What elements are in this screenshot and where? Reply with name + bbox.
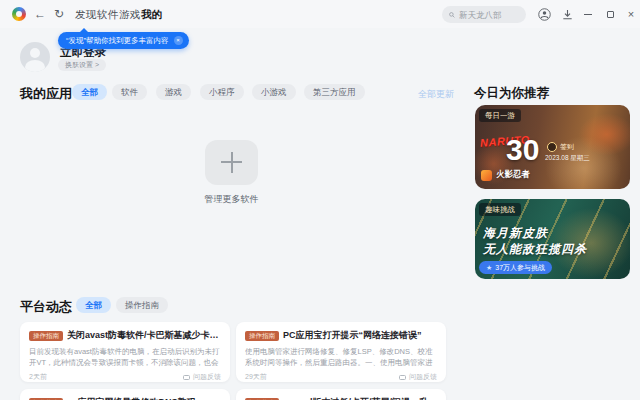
update-all-link[interactable]: 全部更新 [418,88,454,101]
feed-card-title: PC应用宝打开提示“网络连接错误” [283,329,422,342]
download-icon[interactable] [559,6,575,22]
game-icon [481,170,492,181]
feed-tag: 操作指南 [245,331,279,341]
calendar-date: 2023.08 星期三 [545,154,590,163]
tab-games[interactable]: 游戏 [119,0,140,28]
feed-card-body: 使用电脑管家进行网络修复、修复LSP、修改DNS、校准系统时间等操作，然后重启路… [245,346,437,369]
challenge-badge: 趣味挑战 [479,203,521,216]
checkin-row[interactable]: 签到 [547,142,574,152]
feedback-link[interactable]: 问题反馈 [399,372,437,382]
tab-mine[interactable]: 我的 [141,0,162,28]
user-icon[interactable] [536,6,552,22]
filter-miniprogram[interactable]: 小程序 [200,84,244,100]
add-apps-button[interactable] [205,140,258,185]
refresh-icon[interactable]: ↻ [50,0,68,28]
feed-tag: 操作指南 [29,331,63,341]
maximize-icon[interactable] [602,6,618,22]
challenge-card[interactable]: 趣味挑战 海月新皮肤 无人能敌狂揽四杀 ★ 37万人参与挑战 [475,199,630,279]
feed-card-4[interactable]: 操作指南 opengl版本过低/卡死/花屏/闪退，升级显卡驱动… [236,389,446,400]
recommend-title: 今日为你推荐 [474,85,549,102]
search-icon [449,11,455,19]
minimize-icon[interactable] [580,6,596,22]
feed-filter-guide[interactable]: 操作指南 [116,297,168,313]
challenge-line2: 无人能敌狂揽四杀 [483,241,587,258]
game-row: 火影忍者 [481,169,530,181]
star-icon: ★ [486,264,492,272]
feed-card-3[interactable]: 操作指南 pc应用宝网络异常修改DNS教程 [20,389,230,400]
feed-filter-all[interactable]: 全部 [76,297,111,313]
checkin-label: 签到 [560,142,574,152]
daily-game-badge: 每日一游 [479,109,521,122]
feed-title: 平台动态 [20,298,72,316]
filter-games[interactable]: 游戏 [156,84,191,100]
tab-discover[interactable]: 发现 [75,0,96,28]
avatar[interactable] [20,42,50,72]
titlebar: ← ↻ 发现 软件 游戏 我的 × [0,0,640,28]
app-logo-icon [12,7,26,21]
feed-card-body: 目前发现装有avast防毒软件的电脑，在启动后识别为未打开VT，此种情况会导致误… [29,346,221,369]
feed-card-1[interactable]: 操作指南 关闭avast防毒软件/卡巴斯基减少卡顿现象 目前发现装有avast防… [20,322,230,382]
game-name: 火影忍者 [496,169,530,181]
filter-all[interactable]: 全部 [72,84,107,100]
challenge-line1: 海月新皮肤 [483,225,548,242]
participants-pill: ★ 37万人参与挑战 [479,261,552,274]
feedback-link[interactable]: 问题反馈 [183,372,221,382]
daily-game-card[interactable]: 每日一游 NARUTO 30 签到 2023.08 星期三 火影忍者 [475,105,630,189]
filter-thirdparty[interactable]: 第三方应用 [304,84,365,100]
feedback-icon [399,375,406,380]
discover-tooltip: “发现”帮助你找到更多丰富内容 × [58,32,189,49]
search-box[interactable] [442,6,526,23]
feed-card-time: 2天前 [29,372,47,382]
feed-card-title: opengl版本过低/卡死/花屏/闪退，升级显卡驱动… [283,396,437,400]
checkin-coin-icon [547,142,557,152]
my-apps-title: 我的应用 [20,85,72,103]
add-apps-label: 管理更多软件 [180,193,283,206]
back-icon[interactable]: ← [31,0,49,28]
feed-card-title: pc应用宝网络异常修改DNS教程 [67,396,196,400]
feed-card-2[interactable]: 操作指南 PC应用宝打开提示“网络连接错误” 使用电脑管家进行网络修复、修复LS… [236,322,446,382]
tab-software[interactable]: 软件 [97,0,118,28]
feedback-label: 问题反馈 [409,372,437,382]
feedback-label: 问题反馈 [193,372,221,382]
tooltip-close-icon[interactable]: × [174,36,183,45]
calendar-day: 30 [506,133,539,167]
filter-minigames[interactable]: 小游戏 [252,84,296,100]
participants-label: 37万人参与挑战 [495,263,545,273]
feed-card-title: 关闭avast防毒软件/卡巴斯基减少卡顿现象 [67,329,221,342]
tooltip-text: “发现”帮助你找到更多丰富内容 [66,36,169,46]
skin-settings-link[interactable]: 换肤设置 > [58,59,106,71]
feedback-icon [183,375,190,380]
filter-software[interactable]: 软件 [112,84,147,100]
close-icon[interactable]: × [623,6,639,22]
feed-card-time: 29天前 [245,372,267,382]
search-input[interactable] [459,10,519,20]
